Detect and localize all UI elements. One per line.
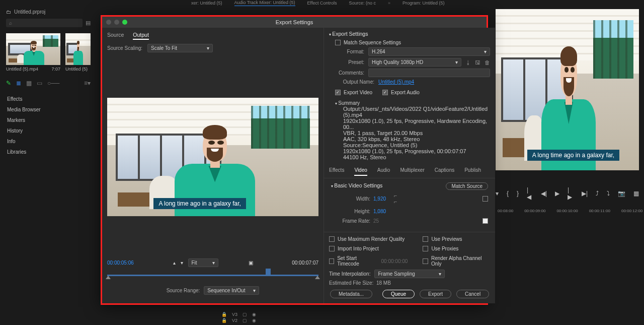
use-previews-checkbox[interactable] [423,236,428,242]
tab-output[interactable]: Output [133,32,149,40]
render-alpha-checkbox[interactable] [423,258,428,264]
track-lock-icon[interactable]: 🔒 [221,312,227,317]
etab-multiplexer[interactable]: Multiplexer [400,167,424,176]
height-value[interactable]: 1,080 [373,209,386,214]
nav-item-libraries[interactable]: Libraries [3,147,94,157]
zoom-fit-select[interactable]: Fit▾ [188,258,218,267]
add-marker-icon[interactable]: ▾ [496,190,499,197]
prev-icon[interactable]: ▴ [173,260,176,266]
close-icon[interactable] [106,20,111,25]
lift-icon[interactable]: ⤴ [596,190,599,197]
export-button[interactable]: Export [420,290,451,298]
framerate-value[interactable]: 25 [373,218,379,224]
etab-effects[interactable]: Effects [329,167,344,176]
list-view-icon[interactable]: ▤ [86,20,91,26]
camera-icon[interactable]: 📷 [618,190,625,197]
playhead[interactable] [266,269,271,275]
next-frame-icon[interactable]: |▶ [568,186,574,201]
dialog-titlebar[interactable]: Export Settings [102,17,487,28]
ws-tab-item[interactable]: Effect Controls [307,1,337,6]
clip-thumbnail[interactable]: Untitled (5).mp47:07 [6,33,60,72]
summary-output-video: 1920x1080 (1.0), 25 fps, Progressive, Ha… [343,118,487,130]
nav-item-info[interactable]: Info [3,136,94,147]
source-scaling-select[interactable]: Scale To Fit▾ [147,44,213,52]
widgets-icon[interactable]: ▦ [633,190,639,197]
track-toggle-icon[interactable]: ▢ [243,318,247,323]
mark-out-icon[interactable]: } [517,190,519,197]
link-dimensions-icon[interactable]: ⌐⌐ [394,192,397,205]
tab-source[interactable]: Source [107,32,124,40]
use-proxies-checkbox[interactable] [423,246,428,251]
nav-item-history[interactable]: History [3,125,94,136]
etab-video[interactable]: Video [354,167,367,176]
aspect-icon[interactable]: ▣ [249,260,253,266]
match-source-button[interactable]: Match Source [446,182,488,190]
zoom-slider[interactable]: ○── [47,80,59,87]
export-settings-header[interactable]: Export Settings [329,31,490,37]
track-toggle-icon[interactable]: ▢ [243,312,247,317]
timeline-ruler[interactable]: 00:08:00 00:00:09:00 00:00:10:00 00:00:1… [496,209,639,213]
preset-select[interactable]: High Quality 1080p HD▾ [368,58,461,67]
match-sequence-checkbox[interactable] [335,40,341,45]
etab-publish[interactable]: Publish [464,167,481,176]
etab-audio[interactable]: Audio [377,167,390,176]
bin-row[interactable]: 🗀 Untitled.prproj [3,7,94,17]
search-input[interactable] [6,19,83,27]
ws-tab-item[interactable]: Audio Track Mixer: Untitled (5) [234,0,295,6]
ws-tab-item[interactable]: xer: Untitled (5) [191,1,222,6]
track-lock-icon[interactable]: 🔒 [221,318,227,323]
save-preset-icon[interactable]: ⭳ [465,59,471,66]
pen-icon[interactable]: ✎ [6,80,11,87]
export-preview[interactable]: A long time ago in a galaxy far, [107,98,318,216]
ruler-mark: 00:08:00 [498,209,513,213]
step-fwd-icon[interactable]: ▶| [582,190,588,197]
track-eye-icon[interactable]: ◉ [252,312,256,317]
delete-preset-icon[interactable]: 🗑 [485,59,490,66]
queue-button[interactable]: Queue [382,290,415,298]
nav-item-media-browser[interactable]: Media Browser [3,104,94,115]
format-select[interactable]: H.264▾ [368,47,490,56]
export-video-checkbox[interactable]: ✓ [335,90,341,95]
etab-captions[interactable]: Captions [435,167,454,176]
framerate-override-checkbox[interactable] [482,218,488,224]
max-render-quality-checkbox[interactable] [329,236,335,242]
comments-input[interactable] [368,69,490,77]
play-icon[interactable]: ▶ [555,190,559,197]
track-eye-icon[interactable]: ◉ [252,318,256,323]
source-range-select[interactable]: Sequence In/Out▾ [204,286,259,295]
ws-tab-overflow[interactable]: » [388,1,390,6]
ruler-mark: 00:00:10:00 [556,209,578,213]
output-name-link[interactable]: Untitled (5).mp4 [378,79,414,85]
freeform-icon[interactable]: ▭ [37,80,42,87]
program-monitor[interactable]: A long time ago in a galaxy far, [496,9,639,170]
track-label[interactable]: V2 [232,318,237,323]
step-back-icon[interactable]: |◀ [527,186,533,201]
set-start-tc-checkbox[interactable] [329,258,334,264]
nav-item-effects[interactable]: Effects [3,94,94,104]
export-audio-checkbox[interactable]: ✓ [382,90,388,95]
track-label[interactable]: V3 [232,312,237,317]
extract-icon[interactable]: ⤵ [607,190,610,197]
maximize-icon[interactable] [122,20,127,25]
minimize-icon[interactable] [114,20,119,25]
listview-icon[interactable]: ≣ [16,80,21,87]
import-project-checkbox[interactable] [329,246,335,251]
clip-thumbnail[interactable]: Untitled (5) [65,33,91,72]
timecode-out[interactable]: 00:00:07:07 [292,260,318,266]
width-value[interactable]: 1,920 [373,196,386,202]
sort-icon[interactable]: ≡▾ [84,80,91,87]
ws-tab-item[interactable]: Source: (no c [349,1,376,6]
metadata-button[interactable]: Metadata... [330,290,372,298]
cancel-button[interactable]: Cancel [456,290,489,298]
width-override-checkbox[interactable] [482,196,488,202]
prev-frame-icon[interactable]: ◀| [541,190,547,197]
next-icon[interactable]: ▾ [181,260,183,266]
import-preset-icon[interactable]: 🖫 [475,59,480,66]
nav-item-markers[interactable]: Markers [3,115,94,125]
time-interp-select[interactable]: Frame Sampling▾ [374,270,445,278]
iconview-icon[interactable]: ▦ [26,80,32,87]
ws-tab-item[interactable]: Program: Untitled (5) [403,1,445,6]
timecode-in[interactable]: 00:00:05:06 [107,260,134,266]
mark-in-icon[interactable]: { [507,190,509,197]
preview-scrubber[interactable] [107,270,318,280]
